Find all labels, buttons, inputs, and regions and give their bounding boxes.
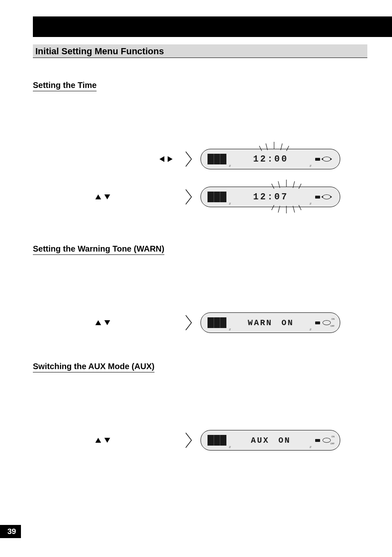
flashing-burst-icon xyxy=(258,140,291,153)
display-label: AUX xyxy=(251,436,269,445)
sub-heading-warn: Setting the Warning Tone (WARN) xyxy=(33,244,164,253)
display-time-value: 12:07 xyxy=(253,192,288,202)
time-step-row-1: //// 12:00 //// xyxy=(33,149,367,169)
arrow-indicator-ud xyxy=(33,320,177,325)
display-value: ON xyxy=(281,318,294,328)
sub-heading-wrap: Setting the Warning Tone (WARN) xyxy=(33,244,164,255)
ring-indicator-icon xyxy=(323,157,331,162)
page: Initial Setting Menu Functions Setting t… xyxy=(0,0,392,557)
tick-marks-icon: //// xyxy=(309,202,311,205)
header-black-bar xyxy=(33,16,392,37)
ring-indicator-icon: ONOFF xyxy=(323,320,331,325)
pill-icon xyxy=(315,196,320,199)
display-right-icons: ONOFF xyxy=(315,438,331,443)
arrow-down-icon xyxy=(104,320,110,325)
pill-icon xyxy=(315,158,320,161)
section-heading: Initial Setting Menu Functions xyxy=(35,46,365,57)
svg-line-1 xyxy=(266,143,267,150)
arrow-down-icon xyxy=(104,194,110,199)
tick-marks-icon: //// xyxy=(229,202,231,205)
arrow-right-icon xyxy=(168,156,173,162)
page-number: 39 xyxy=(0,525,21,538)
lcd-display-panel: //// AUX ON //// ONOFF xyxy=(201,430,340,451)
svg-line-13 xyxy=(293,206,295,213)
tick-marks-icon: //// xyxy=(229,328,231,331)
result-caret-icon xyxy=(184,150,193,168)
display-status-icon xyxy=(208,154,226,164)
arrow-indicator-ud xyxy=(33,194,177,199)
pill-icon xyxy=(315,439,320,442)
sub-heading-wrap: Switching the AUX Mode (AUX) xyxy=(33,362,154,372)
tick-marks-icon: //// xyxy=(229,164,231,167)
result-caret-icon xyxy=(184,314,193,332)
svg-line-11 xyxy=(278,206,280,213)
display-right-icons xyxy=(315,194,331,199)
tick-marks-icon: //// xyxy=(309,328,311,331)
sub-heading-aux: Switching the AUX Mode (AUX) xyxy=(33,362,154,371)
arrow-indicator-lr xyxy=(33,156,177,162)
display-content: AUX ON xyxy=(226,436,315,445)
warn-step-row: //// WARN ON //// ONOFF xyxy=(33,312,367,333)
sub-heading-wrap: Setting the Time xyxy=(33,81,97,91)
tick-marks-icon: //// xyxy=(309,446,311,448)
warn-step-block: //// WARN ON //// ONOFF xyxy=(33,312,367,333)
display-label: WARN xyxy=(248,318,272,328)
time-steps-block: //// 12:00 //// xyxy=(33,149,367,207)
display-right-icons: ONOFF xyxy=(315,320,331,325)
svg-line-8 xyxy=(293,181,295,188)
sub-heading-time: Setting the Time xyxy=(33,81,97,90)
lcd-display-panel: //// WARN ON //// ONOFF xyxy=(201,312,340,333)
arrow-up-icon xyxy=(95,320,101,325)
display-status-icon xyxy=(208,435,226,446)
display-content: 12:00 xyxy=(226,154,315,164)
svg-line-6 xyxy=(278,181,280,188)
section-heading-band: Initial Setting Menu Functions xyxy=(33,44,367,58)
svg-line-5 xyxy=(272,184,274,189)
result-caret-icon xyxy=(184,431,193,449)
arrow-up-icon xyxy=(95,438,101,443)
tick-marks-icon: //// xyxy=(309,164,311,167)
arrow-left-icon xyxy=(159,156,164,162)
arrow-down-icon xyxy=(104,438,110,443)
aux-step-block: //// AUX ON //// ONOFF xyxy=(33,430,367,451)
svg-line-14 xyxy=(299,205,301,210)
ring-indicator-icon: ONOFF xyxy=(323,438,331,443)
arrow-indicator-ud xyxy=(33,438,177,443)
ring-indicator-icon xyxy=(323,194,331,199)
svg-line-9 xyxy=(299,184,301,189)
time-step-row-2: //// 12:07 //// xyxy=(33,187,367,207)
display-status-icon xyxy=(208,317,226,328)
svg-line-10 xyxy=(272,205,274,210)
svg-line-0 xyxy=(259,146,262,151)
lcd-display-panel: //// 12:07 //// xyxy=(201,187,340,207)
display-right-icons xyxy=(315,157,331,162)
pill-icon xyxy=(315,321,320,324)
svg-line-4 xyxy=(286,146,289,151)
display-content: WARN ON xyxy=(226,318,315,328)
flashing-burst-icon xyxy=(270,204,303,215)
display-value: ON xyxy=(279,436,291,445)
arrow-up-icon xyxy=(95,194,101,199)
tick-marks-icon: //// xyxy=(229,446,231,448)
svg-line-3 xyxy=(281,143,282,150)
display-status-icon xyxy=(208,192,226,202)
aux-step-row: //// AUX ON //// ONOFF xyxy=(33,430,367,451)
lcd-display-panel: //// 12:00 //// xyxy=(201,149,340,169)
flashing-burst-icon xyxy=(270,178,303,190)
result-caret-icon xyxy=(184,188,193,206)
display-content: 12:07 xyxy=(226,192,315,202)
display-time-value: 12:00 xyxy=(253,154,288,164)
